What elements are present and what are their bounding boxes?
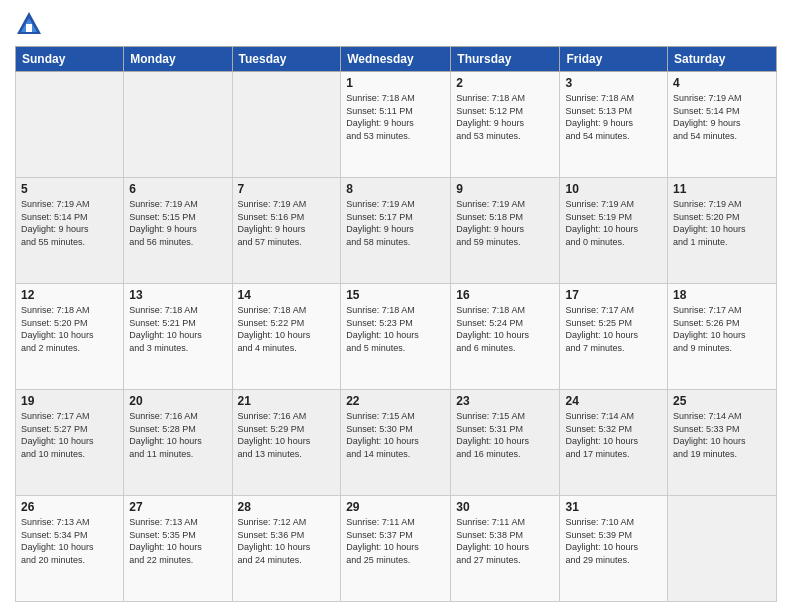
- day-info: Sunrise: 7:19 AM Sunset: 5:18 PM Dayligh…: [456, 198, 554, 248]
- calendar-container: SundayMondayTuesdayWednesdayThursdayFrid…: [0, 0, 792, 612]
- day-info: Sunrise: 7:16 AM Sunset: 5:28 PM Dayligh…: [129, 410, 226, 460]
- day-number: 29: [346, 500, 445, 514]
- calendar-cell: 31Sunrise: 7:10 AM Sunset: 5:39 PM Dayli…: [560, 496, 668, 602]
- calendar-cell: 6Sunrise: 7:19 AM Sunset: 5:15 PM Daylig…: [124, 178, 232, 284]
- logo-icon: [15, 10, 43, 38]
- day-info: Sunrise: 7:18 AM Sunset: 5:13 PM Dayligh…: [565, 92, 662, 142]
- day-number: 17: [565, 288, 662, 302]
- day-number: 25: [673, 394, 771, 408]
- calendar-cell: [668, 496, 777, 602]
- day-number: 5: [21, 182, 118, 196]
- calendar-cell: 19Sunrise: 7:17 AM Sunset: 5:27 PM Dayli…: [16, 390, 124, 496]
- calendar-cell: [124, 72, 232, 178]
- calendar-cell: 9Sunrise: 7:19 AM Sunset: 5:18 PM Daylig…: [451, 178, 560, 284]
- day-number: 22: [346, 394, 445, 408]
- day-header-tuesday: Tuesday: [232, 47, 341, 72]
- calendar-cell: 13Sunrise: 7:18 AM Sunset: 5:21 PM Dayli…: [124, 284, 232, 390]
- day-number: 2: [456, 76, 554, 90]
- day-number: 21: [238, 394, 336, 408]
- calendar-cell: 20Sunrise: 7:16 AM Sunset: 5:28 PM Dayli…: [124, 390, 232, 496]
- day-info: Sunrise: 7:17 AM Sunset: 5:25 PM Dayligh…: [565, 304, 662, 354]
- day-info: Sunrise: 7:15 AM Sunset: 5:30 PM Dayligh…: [346, 410, 445, 460]
- day-header-saturday: Saturday: [668, 47, 777, 72]
- calendar-cell: 30Sunrise: 7:11 AM Sunset: 5:38 PM Dayli…: [451, 496, 560, 602]
- day-number: 3: [565, 76, 662, 90]
- calendar-cell: 22Sunrise: 7:15 AM Sunset: 5:30 PM Dayli…: [341, 390, 451, 496]
- day-number: 9: [456, 182, 554, 196]
- calendar-cell: 2Sunrise: 7:18 AM Sunset: 5:12 PM Daylig…: [451, 72, 560, 178]
- calendar-cell: 16Sunrise: 7:18 AM Sunset: 5:24 PM Dayli…: [451, 284, 560, 390]
- day-info: Sunrise: 7:18 AM Sunset: 5:24 PM Dayligh…: [456, 304, 554, 354]
- day-info: Sunrise: 7:18 AM Sunset: 5:20 PM Dayligh…: [21, 304, 118, 354]
- day-info: Sunrise: 7:19 AM Sunset: 5:20 PM Dayligh…: [673, 198, 771, 248]
- day-number: 23: [456, 394, 554, 408]
- day-header-friday: Friday: [560, 47, 668, 72]
- calendar-week-row: 5Sunrise: 7:19 AM Sunset: 5:14 PM Daylig…: [16, 178, 777, 284]
- day-number: 14: [238, 288, 336, 302]
- day-header-wednesday: Wednesday: [341, 47, 451, 72]
- calendar-cell: 24Sunrise: 7:14 AM Sunset: 5:32 PM Dayli…: [560, 390, 668, 496]
- calendar-cell: 1Sunrise: 7:18 AM Sunset: 5:11 PM Daylig…: [341, 72, 451, 178]
- day-header-sunday: Sunday: [16, 47, 124, 72]
- calendar-cell: 7Sunrise: 7:19 AM Sunset: 5:16 PM Daylig…: [232, 178, 341, 284]
- svg-rect-2: [26, 24, 32, 32]
- calendar-cell: 15Sunrise: 7:18 AM Sunset: 5:23 PM Dayli…: [341, 284, 451, 390]
- day-number: 4: [673, 76, 771, 90]
- calendar-cell: 12Sunrise: 7:18 AM Sunset: 5:20 PM Dayli…: [16, 284, 124, 390]
- day-number: 6: [129, 182, 226, 196]
- day-info: Sunrise: 7:18 AM Sunset: 5:23 PM Dayligh…: [346, 304, 445, 354]
- day-info: Sunrise: 7:15 AM Sunset: 5:31 PM Dayligh…: [456, 410, 554, 460]
- day-number: 20: [129, 394, 226, 408]
- logo: [15, 10, 47, 38]
- calendar-cell: 28Sunrise: 7:12 AM Sunset: 5:36 PM Dayli…: [232, 496, 341, 602]
- day-info: Sunrise: 7:18 AM Sunset: 5:12 PM Dayligh…: [456, 92, 554, 142]
- day-header-monday: Monday: [124, 47, 232, 72]
- day-info: Sunrise: 7:19 AM Sunset: 5:14 PM Dayligh…: [21, 198, 118, 248]
- day-info: Sunrise: 7:19 AM Sunset: 5:15 PM Dayligh…: [129, 198, 226, 248]
- day-number: 27: [129, 500, 226, 514]
- day-number: 26: [21, 500, 118, 514]
- calendar-cell: 5Sunrise: 7:19 AM Sunset: 5:14 PM Daylig…: [16, 178, 124, 284]
- day-info: Sunrise: 7:13 AM Sunset: 5:35 PM Dayligh…: [129, 516, 226, 566]
- day-number: 11: [673, 182, 771, 196]
- calendar-cell: [232, 72, 341, 178]
- day-info: Sunrise: 7:18 AM Sunset: 5:11 PM Dayligh…: [346, 92, 445, 142]
- calendar-cell: 11Sunrise: 7:19 AM Sunset: 5:20 PM Dayli…: [668, 178, 777, 284]
- calendar-cell: 8Sunrise: 7:19 AM Sunset: 5:17 PM Daylig…: [341, 178, 451, 284]
- calendar-cell: 21Sunrise: 7:16 AM Sunset: 5:29 PM Dayli…: [232, 390, 341, 496]
- calendar-cell: 3Sunrise: 7:18 AM Sunset: 5:13 PM Daylig…: [560, 72, 668, 178]
- day-info: Sunrise: 7:10 AM Sunset: 5:39 PM Dayligh…: [565, 516, 662, 566]
- day-info: Sunrise: 7:19 AM Sunset: 5:16 PM Dayligh…: [238, 198, 336, 248]
- day-info: Sunrise: 7:14 AM Sunset: 5:32 PM Dayligh…: [565, 410, 662, 460]
- day-info: Sunrise: 7:11 AM Sunset: 5:38 PM Dayligh…: [456, 516, 554, 566]
- day-info: Sunrise: 7:13 AM Sunset: 5:34 PM Dayligh…: [21, 516, 118, 566]
- day-info: Sunrise: 7:19 AM Sunset: 5:19 PM Dayligh…: [565, 198, 662, 248]
- calendar-week-row: 19Sunrise: 7:17 AM Sunset: 5:27 PM Dayli…: [16, 390, 777, 496]
- calendar-cell: 18Sunrise: 7:17 AM Sunset: 5:26 PM Dayli…: [668, 284, 777, 390]
- day-info: Sunrise: 7:16 AM Sunset: 5:29 PM Dayligh…: [238, 410, 336, 460]
- day-info: Sunrise: 7:17 AM Sunset: 5:26 PM Dayligh…: [673, 304, 771, 354]
- calendar-cell: 26Sunrise: 7:13 AM Sunset: 5:34 PM Dayli…: [16, 496, 124, 602]
- day-number: 31: [565, 500, 662, 514]
- day-number: 24: [565, 394, 662, 408]
- day-number: 13: [129, 288, 226, 302]
- calendar-cell: 25Sunrise: 7:14 AM Sunset: 5:33 PM Dayli…: [668, 390, 777, 496]
- day-number: 15: [346, 288, 445, 302]
- day-number: 19: [21, 394, 118, 408]
- day-number: 12: [21, 288, 118, 302]
- day-info: Sunrise: 7:11 AM Sunset: 5:37 PM Dayligh…: [346, 516, 445, 566]
- calendar-header-row: SundayMondayTuesdayWednesdayThursdayFrid…: [16, 47, 777, 72]
- day-info: Sunrise: 7:12 AM Sunset: 5:36 PM Dayligh…: [238, 516, 336, 566]
- day-number: 8: [346, 182, 445, 196]
- day-info: Sunrise: 7:18 AM Sunset: 5:22 PM Dayligh…: [238, 304, 336, 354]
- day-number: 16: [456, 288, 554, 302]
- calendar-cell: 27Sunrise: 7:13 AM Sunset: 5:35 PM Dayli…: [124, 496, 232, 602]
- day-number: 1: [346, 76, 445, 90]
- day-number: 18: [673, 288, 771, 302]
- calendar-cell: 29Sunrise: 7:11 AM Sunset: 5:37 PM Dayli…: [341, 496, 451, 602]
- day-number: 28: [238, 500, 336, 514]
- day-number: 30: [456, 500, 554, 514]
- day-info: Sunrise: 7:17 AM Sunset: 5:27 PM Dayligh…: [21, 410, 118, 460]
- calendar-cell: 23Sunrise: 7:15 AM Sunset: 5:31 PM Dayli…: [451, 390, 560, 496]
- calendar-cell: 4Sunrise: 7:19 AM Sunset: 5:14 PM Daylig…: [668, 72, 777, 178]
